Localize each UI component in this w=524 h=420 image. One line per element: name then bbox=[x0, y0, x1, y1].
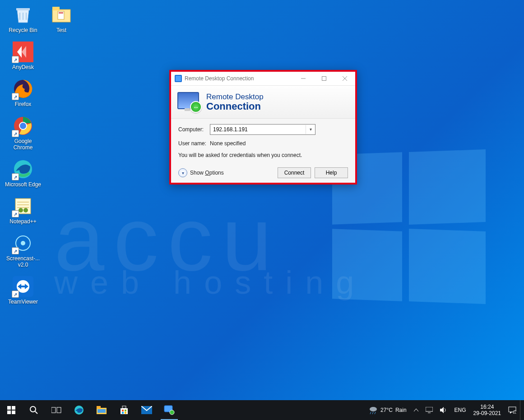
desktop-icon-chrome[interactable]: ↗Google Chrome bbox=[5, 115, 42, 151]
desktop-icon-screencast[interactable]: ↗Screencast-... v2.0 bbox=[5, 233, 42, 268]
desktop-icon-label: Microsoft Edge bbox=[5, 181, 42, 188]
taskbar-store[interactable] bbox=[113, 400, 135, 420]
weather-icon bbox=[369, 406, 378, 414]
task-view-button[interactable] bbox=[45, 400, 68, 420]
desktop-icon-folder[interactable]: Test bbox=[43, 5, 80, 33]
windows-start-icon bbox=[7, 406, 15, 414]
computer-input[interactable] bbox=[210, 126, 306, 133]
svg-rect-33 bbox=[12, 411, 15, 414]
show-desktop-button[interactable] bbox=[520, 400, 523, 420]
username-label: User name: bbox=[178, 140, 210, 147]
taskbar-mail[interactable] bbox=[135, 400, 158, 420]
computer-combobox[interactable]: ▾ bbox=[210, 124, 315, 135]
desktop-icon-label: Google Chrome bbox=[5, 138, 42, 151]
svg-line-35 bbox=[35, 411, 37, 414]
svg-line-52 bbox=[370, 412, 371, 414]
banner-line1: Remote Desktop bbox=[206, 92, 264, 102]
task-view-icon bbox=[51, 406, 61, 414]
desktop-icon-anydesk[interactable]: ↗AnyDesk bbox=[5, 42, 42, 70]
connect-button[interactable]: Connect bbox=[278, 167, 311, 178]
notification-icon: 1 bbox=[508, 406, 516, 414]
window-title: Remote Desktop Connection bbox=[185, 75, 254, 82]
start-button[interactable] bbox=[0, 400, 23, 420]
monitor-icon bbox=[426, 407, 433, 413]
teamviewer-icon: ↗ bbox=[13, 276, 33, 297]
tray-monitor-icon-btn[interactable] bbox=[422, 400, 436, 420]
shortcut-overlay-icon: ↗ bbox=[12, 130, 19, 137]
speaker-icon bbox=[440, 407, 447, 413]
svg-rect-41 bbox=[97, 409, 106, 413]
desktop[interactable]: accu web hosting Recycle Bin↗AnyDesk↗Fir… bbox=[0, 0, 524, 420]
svg-marker-59 bbox=[510, 412, 512, 414]
svg-rect-27 bbox=[322, 77, 326, 81]
window-titlebar[interactable]: Remote Desktop Connection bbox=[171, 72, 355, 86]
search-icon bbox=[29, 406, 38, 415]
maximize-icon bbox=[322, 76, 326, 81]
close-button[interactable] bbox=[334, 72, 355, 85]
svg-rect-23 bbox=[52, 7, 60, 10]
shortcut-overlay-icon: ↗ bbox=[12, 56, 19, 63]
taskbar-rdc[interactable] bbox=[158, 400, 181, 420]
taskbar-explorer[interactable] bbox=[90, 400, 113, 420]
desktop-icon-teamviewer[interactable]: ↗TeamViewer bbox=[5, 276, 42, 305]
chrome-icon: ↗ bbox=[13, 115, 33, 136]
mail-icon bbox=[141, 406, 152, 414]
minimize-icon bbox=[301, 76, 306, 81]
action-center-button[interactable]: 1 bbox=[505, 400, 520, 420]
minimize-button[interactable] bbox=[293, 72, 314, 85]
weather-widget[interactable]: 27°C Rain bbox=[365, 400, 410, 420]
svg-rect-55 bbox=[426, 407, 433, 411]
svg-point-14 bbox=[23, 208, 28, 212]
taskbar-edge[interactable] bbox=[68, 400, 90, 420]
rdc-banner-icon: ↔ bbox=[177, 92, 200, 112]
weather-temp: 27°C bbox=[380, 407, 393, 413]
svg-line-54 bbox=[375, 412, 376, 414]
shortcut-overlay-icon: ↗ bbox=[12, 291, 19, 298]
credentials-hint: You will be asked for credentials when y… bbox=[178, 152, 348, 158]
svg-rect-32 bbox=[7, 411, 11, 414]
svg-rect-40 bbox=[97, 406, 101, 409]
svg-rect-37 bbox=[57, 407, 61, 413]
weather-desc: Rain bbox=[395, 407, 407, 413]
search-button[interactable] bbox=[23, 400, 45, 420]
desktop-icon-recycle-bin[interactable]: Recycle Bin bbox=[5, 5, 42, 33]
recycle-bin-icon bbox=[13, 5, 33, 25]
tray-clock[interactable]: 16:24 29-09-2021 bbox=[470, 400, 505, 420]
desktop-icon-label: Firefox bbox=[5, 101, 42, 107]
desktop-icon-firefox[interactable]: ↗Firefox bbox=[5, 78, 42, 107]
svg-rect-42 bbox=[121, 408, 128, 414]
store-icon bbox=[120, 406, 129, 415]
desktop-icons-column-2: Test bbox=[43, 5, 80, 42]
desktop-icon-label: Test bbox=[43, 27, 80, 33]
desktop-icon-label: AnyDesk bbox=[5, 64, 42, 70]
folder-icon bbox=[97, 406, 107, 414]
tray-overflow[interactable] bbox=[410, 400, 422, 420]
svg-rect-46 bbox=[122, 412, 124, 414]
rdc-taskbar-icon bbox=[164, 405, 175, 415]
computer-label: Computer: bbox=[178, 126, 210, 133]
firefox-icon: ↗ bbox=[13, 78, 33, 99]
tray-language[interactable]: ENG bbox=[451, 400, 470, 420]
svg-marker-57 bbox=[440, 407, 444, 413]
maximize-button[interactable] bbox=[314, 72, 334, 85]
svg-rect-44 bbox=[122, 410, 124, 411]
tray-volume[interactable] bbox=[436, 400, 451, 420]
desktop-icon-edge[interactable]: ↗Microsoft Edge bbox=[5, 159, 42, 188]
svg-point-16 bbox=[21, 241, 25, 245]
svg-point-34 bbox=[30, 406, 36, 412]
language-label: ENG bbox=[454, 407, 466, 413]
svg-rect-47 bbox=[125, 412, 126, 414]
desktop-icon-notepadpp[interactable]: ↗Notepad++ bbox=[5, 196, 42, 225]
rdc-content: Computer: ▾ User name: None specified Yo… bbox=[171, 119, 355, 183]
desktop-icon-label: Recycle Bin bbox=[5, 27, 42, 33]
svg-point-13 bbox=[19, 208, 23, 212]
svg-rect-25 bbox=[59, 12, 63, 14]
remote-desktop-window[interactable]: Remote Desktop Connection ↔ Remote Deskt… bbox=[169, 70, 357, 185]
help-button[interactable]: Help bbox=[315, 167, 348, 178]
chevron-down-icon[interactable]: ▾ bbox=[306, 125, 315, 134]
svg-rect-0 bbox=[16, 8, 30, 10]
taskbar[interactable]: 27°C Rain ENG 16:24 29-09-2021 bbox=[0, 400, 524, 420]
svg-text:1: 1 bbox=[514, 411, 516, 414]
show-options-toggle[interactable]: ▾ Show Options bbox=[178, 168, 224, 177]
folder-icon bbox=[51, 5, 72, 25]
